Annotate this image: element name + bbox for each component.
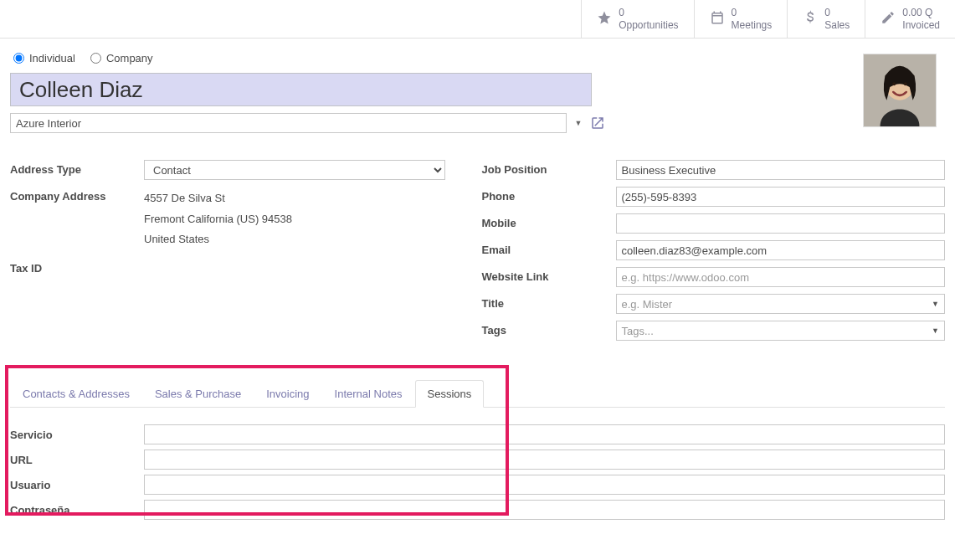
radio-label: Company xyxy=(106,52,153,64)
right-column: Job Position Phone Mobile Email Website … xyxy=(482,160,946,347)
contact-form-view: 0Opportunities 0Meetings 0Sales 0.00 QIn… xyxy=(0,0,955,545)
stat-invoiced[interactable]: 0.00 QInvoiced xyxy=(865,0,955,38)
svg-point-3 xyxy=(904,82,907,85)
contact-type-radios: Individual Company xyxy=(10,52,945,64)
radio-label: Individual xyxy=(29,52,75,64)
url-input[interactable] xyxy=(144,450,945,470)
address-type-select[interactable]: Contact xyxy=(144,160,445,180)
calendar-icon xyxy=(710,10,725,28)
servicio-label: Servicio xyxy=(10,429,144,441)
stat-label: Meetings xyxy=(732,19,773,31)
stat-value: 0 xyxy=(732,7,773,18)
tags-label: Tags xyxy=(482,321,616,337)
company-address-label: Company Address xyxy=(10,187,144,203)
stat-label: Invoiced xyxy=(902,19,940,31)
tab-contacts-addresses[interactable]: Contacts & Addresses xyxy=(10,380,142,408)
stat-value: 0.00 Q xyxy=(902,7,940,18)
website-input[interactable] xyxy=(616,267,946,287)
chevron-down-icon: ▼ xyxy=(932,300,939,308)
tax-id-label: Tax ID xyxy=(10,259,144,275)
address-type-label: Address Type xyxy=(10,160,144,176)
left-column: Address Type Contact Company Address 455… xyxy=(10,160,474,347)
tab-invoicing[interactable]: Invoicing xyxy=(254,380,321,408)
stat-value: 0 xyxy=(824,7,850,18)
mobile-label: Mobile xyxy=(482,213,616,229)
tab-sessions-content: Servicio URL Usuario Contraseña xyxy=(0,408,955,545)
form-body: Address Type Contact Company Address 455… xyxy=(0,140,955,356)
edit-icon xyxy=(881,10,896,28)
stat-label: Sales xyxy=(824,19,850,31)
avatar-image xyxy=(864,54,936,126)
title-label: Title xyxy=(482,294,616,310)
external-link-icon[interactable] xyxy=(590,116,605,131)
tab-bar: Contacts & Addresses Sales & Purchase In… xyxy=(10,379,945,408)
mobile-input[interactable] xyxy=(616,213,946,234)
tab-internal-notes[interactable]: Internal Notes xyxy=(322,380,415,408)
svg-point-2 xyxy=(892,82,896,85)
dropdown-caret-icon[interactable]: ▼ xyxy=(572,119,585,127)
contrasena-input[interactable] xyxy=(144,500,945,520)
tab-sales-purchase[interactable]: Sales & Purchase xyxy=(142,380,254,408)
url-label: URL xyxy=(10,454,144,466)
radio-individual[interactable]: Individual xyxy=(13,52,75,64)
tab-sessions[interactable]: Sessions xyxy=(415,380,485,408)
stat-meetings[interactable]: 0Meetings xyxy=(694,0,788,38)
email-label: Email xyxy=(482,240,616,256)
stat-bar: 0Opportunities 0Meetings 0Sales 0.00 QIn… xyxy=(0,0,955,39)
radio-company[interactable]: Company xyxy=(90,52,153,64)
company-address-value: 4557 De Silva St Fremont California (US)… xyxy=(144,187,474,250)
email-input[interactable] xyxy=(616,240,946,260)
servicio-input[interactable] xyxy=(144,424,945,444)
dollar-icon xyxy=(803,10,818,28)
company-row: ▼ xyxy=(10,113,945,133)
form-header: Individual Company ▼ xyxy=(0,39,955,140)
usuario-input[interactable] xyxy=(144,475,945,495)
usuario-label: Usuario xyxy=(10,479,144,491)
phone-label: Phone xyxy=(482,187,616,203)
stat-value: 0 xyxy=(619,7,678,18)
job-position-input[interactable] xyxy=(616,160,946,180)
stat-opportunities[interactable]: 0Opportunities xyxy=(581,0,693,38)
job-position-label: Job Position xyxy=(482,160,616,176)
contrasena-label: Contraseña xyxy=(10,504,144,516)
star-icon xyxy=(597,10,612,28)
company-select[interactable] xyxy=(10,113,567,133)
tags-select[interactable]: Tags...▼ xyxy=(616,321,946,341)
stat-label: Opportunities xyxy=(619,19,678,31)
website-label: Website Link xyxy=(482,267,616,283)
stat-sales[interactable]: 0Sales xyxy=(787,0,865,38)
title-select[interactable]: e.g. Mister▼ xyxy=(616,294,946,314)
contact-name-input[interactable] xyxy=(10,73,592,106)
phone-input[interactable] xyxy=(616,187,946,207)
contact-avatar[interactable] xyxy=(863,54,937,127)
chevron-down-icon: ▼ xyxy=(932,326,939,335)
